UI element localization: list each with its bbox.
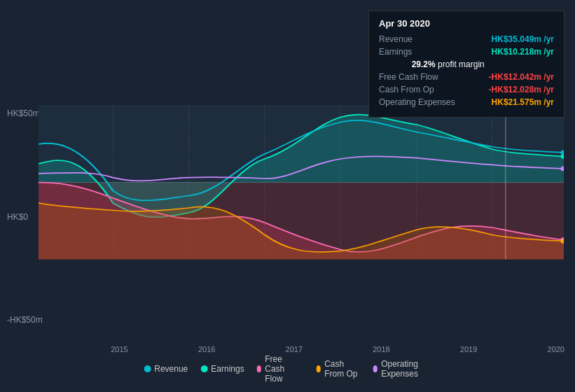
legend-dot-cfo: [317, 365, 321, 372]
tooltip-margin: 29.2% profit margin: [379, 59, 554, 69]
x-label-2016: 2016: [198, 345, 215, 354]
legend-label-earnings: Earnings: [211, 364, 244, 374]
x-label-2015: 2015: [111, 345, 127, 354]
y-label-bottom: -HK$50m: [7, 315, 43, 325]
x-label-2017: 2017: [286, 345, 303, 354]
legend-dot-fcf: [257, 365, 262, 372]
legend-item-fcf[interactable]: Free Cash Flow: [257, 354, 304, 384]
tooltip-value-cfo: -HK$12.028m /yr: [489, 85, 554, 94]
tooltip-box: Apr 30 2020 Revenue HK$35.049m /yr Earni…: [368, 10, 564, 118]
tooltip-label-cfo: Cash From Op: [379, 85, 463, 94]
tooltip-value-opex: HK$21.575m /yr: [492, 97, 554, 107]
tooltip-label-fcf: Free Cash Flow: [379, 72, 463, 82]
chart-svg: [39, 105, 564, 326]
tooltip-value-revenue: HK$35.049m /yr: [492, 34, 554, 44]
x-axis-labels: 2015 2016 2017 2018 2019 2020: [39, 345, 564, 354]
tooltip-label-earnings: Earnings: [379, 47, 463, 57]
legend-item-earnings[interactable]: Earnings: [200, 364, 244, 374]
legend-label-opex: Operating Expenses: [381, 359, 431, 379]
tooltip-row-cfo: Cash From Op -HK$12.028m /yr: [379, 85, 554, 94]
legend: Revenue Earnings Free Cash Flow Cash Fro…: [144, 354, 431, 384]
tooltip-value-earnings: HK$10.218m /yr: [492, 47, 554, 57]
legend-label-cfo: Cash From Op: [324, 359, 360, 379]
tooltip-row-opex: Operating Expenses HK$21.575m /yr: [379, 97, 554, 107]
y-label-top: HK$50m: [7, 108, 40, 118]
tooltip-row-fcf: Free Cash Flow -HK$12.042m /yr: [379, 72, 554, 82]
y-label-zero: HK$0: [7, 212, 28, 222]
chart-container: Apr 30 2020 Revenue HK$35.049m /yr Earni…: [0, 0, 575, 392]
x-label-2020: 2020: [548, 345, 564, 354]
legend-label-fcf: Free Cash Flow: [265, 354, 303, 384]
tooltip-value-fcf: -HK$12.042m /yr: [489, 72, 554, 82]
x-label-2014: [39, 345, 41, 354]
tooltip-row-earnings: Earnings HK$10.218m /yr: [379, 47, 554, 57]
legend-item-revenue[interactable]: Revenue: [144, 364, 188, 374]
legend-item-cfo[interactable]: Cash From Op: [317, 359, 361, 379]
x-label-2019: 2019: [460, 345, 477, 354]
x-label-2018: 2018: [373, 345, 389, 354]
tooltip-title: Apr 30 2020: [379, 18, 554, 29]
tooltip-label-opex: Operating Expenses: [379, 97, 463, 107]
legend-dot-revenue: [144, 365, 151, 372]
tooltip-row-revenue: Revenue HK$35.049m /yr: [379, 34, 554, 44]
legend-item-opex[interactable]: Operating Expenses: [373, 359, 431, 379]
legend-label-revenue: Revenue: [154, 364, 188, 374]
tooltip-label-revenue: Revenue: [379, 34, 463, 44]
legend-dot-earnings: [200, 365, 207, 372]
legend-dot-opex: [373, 365, 378, 372]
